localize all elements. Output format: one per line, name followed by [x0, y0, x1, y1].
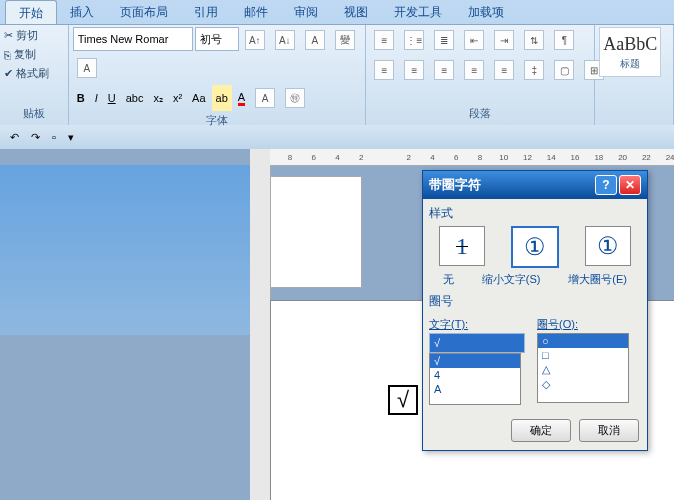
font-color-button[interactable]: A — [234, 85, 249, 111]
scissors-icon: ✂ — [4, 29, 13, 42]
clipboard-label: 贴板 — [4, 104, 64, 123]
multilevel-button[interactable]: ≣ — [430, 27, 458, 53]
grow-font-button[interactable]: A↑ — [241, 27, 269, 53]
highlight-button[interactable]: ab — [212, 85, 232, 111]
redo-button[interactable]: ↷ — [27, 127, 44, 147]
style-enlarge[interactable]: ① — [585, 226, 631, 266]
brush-icon: ✔ — [4, 67, 13, 80]
clear-format-button[interactable]: A — [301, 27, 329, 53]
undo-button[interactable]: ↶ — [6, 127, 23, 147]
justify-button[interactable]: ≡ — [460, 57, 488, 83]
tab-view[interactable]: 视图 — [331, 0, 381, 24]
align-center-button[interactable]: ≡ — [400, 57, 428, 83]
align-left-button[interactable]: ≡ — [370, 57, 398, 83]
enclose-dialog: 带圈字符 ? ✕ 样式 1 ① ① 无 缩小文字(S) 增大圈号(E) 圈号 文… — [422, 170, 648, 451]
italic-button[interactable]: I — [91, 85, 102, 111]
tab-references[interactable]: 引用 — [181, 0, 231, 24]
paragraph-group: ≡ ⋮≡ ≣ ⇤ ⇥ ⇅ ¶ ≡ ≡ ≡ ≡ ≡ ‡ ▢ ⊞ 段落 — [366, 25, 595, 125]
bold-button[interactable]: B — [73, 85, 89, 111]
style-title[interactable]: AaBbC 标题 — [599, 27, 661, 77]
phonetic-button[interactable]: 變 — [331, 27, 359, 53]
enclosed-character: √ — [388, 385, 418, 415]
dialog-titlebar[interactable]: 带圈字符 ? ✕ — [423, 171, 647, 199]
horizontal-ruler[interactable]: 864224681012141618202224 — [270, 149, 674, 166]
qat-more-button[interactable]: ▾ — [64, 127, 78, 147]
superscript-button[interactable]: x² — [169, 85, 186, 111]
numbering-button[interactable]: ⋮≡ — [400, 27, 428, 53]
ribbon-tabs: 开始 插入 页面布局 引用 邮件 审阅 视图 开发工具 加载项 — [0, 0, 674, 24]
tab-dev[interactable]: 开发工具 — [381, 0, 455, 24]
circle-list[interactable]: ○ □ △ ◇ — [537, 333, 629, 403]
style-shrink[interactable]: ① — [511, 226, 559, 268]
paragraph-label: 段落 — [370, 104, 590, 123]
style-none[interactable]: 1 — [439, 226, 485, 266]
styles-group: AaBbC 标题 — [595, 25, 674, 125]
font-name-select[interactable]: Times New Romar — [73, 27, 193, 51]
change-case-button[interactable]: Aa — [188, 85, 209, 111]
indent-inc-button[interactable]: ⇥ — [490, 27, 518, 53]
tab-addins[interactable]: 加载项 — [455, 0, 517, 24]
style-section-label: 样式 — [429, 205, 641, 222]
tab-review[interactable]: 审阅 — [281, 0, 331, 24]
enclose-char-button[interactable]: ㊕ — [281, 85, 309, 111]
tab-mail[interactable]: 邮件 — [231, 0, 281, 24]
circle-section-label: 圈号 — [429, 293, 641, 310]
clipboard-group: ✂剪切 ⎘复制 ✔格式刷 贴板 — [0, 25, 69, 125]
underline-button[interactable]: U — [104, 85, 120, 111]
ok-button[interactable]: 确定 — [511, 419, 571, 442]
font-label: 字体 — [73, 111, 362, 130]
cancel-button[interactable]: 取消 — [579, 419, 639, 442]
strike-button[interactable]: abc — [122, 85, 148, 111]
tab-home[interactable]: 开始 — [5, 0, 57, 24]
dialog-title: 带圈字符 — [429, 176, 481, 194]
format-painter-button[interactable]: ✔格式刷 — [4, 65, 49, 82]
show-marks-button[interactable]: ¶ — [550, 27, 578, 53]
shading-button[interactable]: ▢ — [550, 57, 578, 83]
subscript-button[interactable]: x₂ — [149, 85, 167, 111]
new-doc-button[interactable]: ▫ — [48, 127, 60, 147]
font-size-select[interactable]: 初号 — [195, 27, 239, 51]
cut-button[interactable]: ✂剪切 — [4, 27, 49, 44]
char-shading-button[interactable]: A — [251, 85, 279, 111]
tab-layout[interactable]: 页面布局 — [107, 0, 181, 24]
align-right-button[interactable]: ≡ — [430, 57, 458, 83]
font-group: Times New Romar 初号 A↑ A↓ A 變 A B I U abc… — [69, 25, 367, 125]
close-button[interactable]: ✕ — [619, 175, 641, 195]
shrink-font-button[interactable]: A↓ — [271, 27, 299, 53]
text-input[interactable]: √ — [429, 333, 525, 353]
text-list[interactable]: √ 4 A — [429, 353, 521, 405]
distribute-button[interactable]: ≡ — [490, 57, 518, 83]
char-border-button[interactable]: A — [73, 55, 101, 81]
copy-button[interactable]: ⎘复制 — [4, 46, 49, 63]
bullets-button[interactable]: ≡ — [370, 27, 398, 53]
help-button[interactable]: ? — [595, 175, 617, 195]
sort-button[interactable]: ⇅ — [520, 27, 548, 53]
copy-icon: ⎘ — [4, 49, 11, 61]
spacing-button[interactable]: ‡ — [520, 57, 548, 83]
tab-insert[interactable]: 插入 — [57, 0, 107, 24]
page-thumbnail — [270, 176, 362, 288]
indent-dec-button[interactable]: ⇤ — [460, 27, 488, 53]
document-icon: ▫ — [52, 131, 56, 143]
